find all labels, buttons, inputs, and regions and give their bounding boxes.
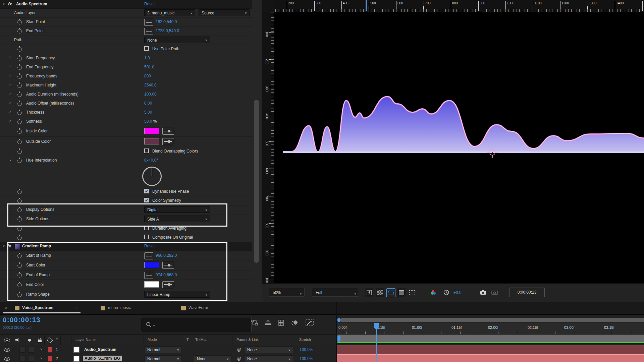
color-eyedropper-icon[interactable] bbox=[162, 262, 174, 269]
stretch-value[interactable]: 100.0% bbox=[300, 356, 313, 361]
stopwatch-icon[interactable] bbox=[17, 273, 22, 278]
twirl-open-icon[interactable] bbox=[3, 244, 6, 248]
column-layer-name[interactable]: Layer Name bbox=[75, 338, 96, 342]
trkmat-dropdown[interactable]: None bbox=[194, 355, 231, 362]
param-value[interactable]: 100.00 bbox=[144, 92, 157, 97]
position-crosshair-icon[interactable] bbox=[144, 19, 153, 26]
twirl-closed-icon[interactable] bbox=[40, 357, 43, 360]
work-area-start-handle[interactable] bbox=[337, 336, 340, 342]
param-value[interactable]: 966.0,282.0 bbox=[156, 253, 177, 258]
effect-panel-scrollbar[interactable] bbox=[254, 100, 259, 263]
stopwatch-icon[interactable] bbox=[17, 102, 22, 106]
lock-cell[interactable] bbox=[28, 356, 34, 362]
ruler-corner-box[interactable] bbox=[262, 0, 275, 12]
layer-1-duration-bar[interactable] bbox=[337, 345, 644, 355]
viewer-timecode[interactable]: 0:00:00:13 bbox=[509, 288, 545, 297]
show-snapshot-icon[interactable] bbox=[490, 288, 499, 297]
solo-cell[interactable] bbox=[19, 356, 25, 362]
ramp-shape-dropdown[interactable]: Linear Ramp bbox=[144, 291, 210, 298]
stopwatch-icon[interactable] bbox=[17, 159, 22, 163]
duration-averaging-checkbox[interactable] bbox=[144, 226, 149, 230]
stopwatch-icon[interactable] bbox=[17, 208, 22, 212]
navigator-start-handle[interactable] bbox=[337, 318, 340, 322]
stopwatch-icon[interactable] bbox=[17, 65, 22, 70]
stopwatch-icon[interactable] bbox=[17, 29, 22, 34]
layer-label-chip[interactable] bbox=[48, 356, 52, 362]
audio-layer-dropdown[interactable]: 3. menu_music. bbox=[144, 9, 195, 16]
eye-icon[interactable] bbox=[4, 357, 10, 361]
work-area-bar[interactable] bbox=[337, 335, 644, 342]
stopwatch-icon[interactable] bbox=[17, 129, 22, 134]
region-of-interest-icon[interactable] bbox=[397, 288, 406, 297]
solo-cell[interactable] bbox=[19, 347, 25, 353]
tab-menu-music[interactable]: menu_music bbox=[108, 305, 131, 310]
twirl-open-icon[interactable] bbox=[9, 158, 13, 162]
stopwatch-icon[interactable] bbox=[17, 56, 22, 61]
column-trkmat[interactable]: TrkMat bbox=[195, 338, 207, 342]
path-dropdown[interactable]: None bbox=[144, 37, 210, 43]
eye-icon[interactable] bbox=[4, 348, 10, 352]
twirl-closed-icon[interactable] bbox=[9, 74, 13, 77]
layer-color-box[interactable] bbox=[73, 347, 79, 353]
layer-row-2[interactable]: 2 Audio_S...rum_BG Normal None None 100.… bbox=[0, 354, 336, 362]
param-value[interactable]: 192.0,540.0 bbox=[156, 19, 177, 24]
end-color-swatch[interactable] bbox=[144, 281, 159, 288]
current-timecode[interactable]: 0:00:00:13 bbox=[3, 316, 41, 324]
tab-voice-spectrum[interactable]: Voice_Spectrum bbox=[22, 305, 53, 310]
mask-visibility-icon[interactable] bbox=[386, 288, 395, 297]
resolution-dropdown[interactable]: Full bbox=[312, 288, 359, 297]
twirl-closed-icon[interactable] bbox=[9, 92, 13, 96]
layer-row-1[interactable]: 1 Audio_Spectrum Normal None 100.0% bbox=[0, 345, 336, 355]
position-crosshair-icon[interactable] bbox=[144, 28, 153, 35]
stopwatch-icon[interactable] bbox=[17, 120, 22, 124]
dynamic-hue-phase-checkbox[interactable] bbox=[144, 189, 149, 193]
position-crosshair-icon[interactable] bbox=[144, 252, 153, 259]
time-navigator-bar[interactable] bbox=[337, 318, 644, 322]
reset-link[interactable]: Reset bbox=[144, 244, 155, 248]
magnification-dropdown[interactable]: 50% bbox=[269, 288, 305, 297]
stopwatch-icon[interactable] bbox=[17, 263, 22, 268]
twirl-closed-icon[interactable] bbox=[9, 56, 13, 59]
twirl-closed-icon[interactable] bbox=[9, 110, 13, 114]
exposure-value[interactable]: +0.0 bbox=[453, 290, 462, 295]
fast-previews-icon[interactable] bbox=[365, 288, 373, 297]
column-t[interactable]: T bbox=[186, 338, 189, 342]
color-eyedropper-icon[interactable] bbox=[162, 281, 174, 288]
audio-icon[interactable] bbox=[15, 338, 19, 342]
param-value[interactable]: 974.0,668.0 bbox=[156, 273, 177, 277]
stretch-value[interactable]: 100.0% bbox=[300, 347, 313, 352]
effect-header-audio-spectrum[interactable]: fx Audio Spectrum Reset bbox=[0, 0, 252, 9]
stopwatch-icon[interactable] bbox=[17, 20, 22, 24]
stopwatch-icon[interactable] bbox=[17, 47, 22, 52]
parent-dropdown[interactable]: None bbox=[244, 355, 293, 362]
param-value[interactable]: 0x+0.0° bbox=[144, 158, 158, 163]
solo-icon[interactable] bbox=[28, 339, 31, 342]
stopwatch-icon[interactable] bbox=[17, 93, 22, 97]
layer-label-chip[interactable] bbox=[48, 347, 52, 353]
layer-name[interactable]: Audio_Spectrum bbox=[84, 347, 116, 352]
stopwatch-icon[interactable] bbox=[17, 111, 22, 115]
video-visibility-icon[interactable] bbox=[4, 339, 10, 342]
parent-pickwhip-icon[interactable] bbox=[237, 356, 241, 361]
lock-cell[interactable] bbox=[28, 347, 34, 353]
column-stretch[interactable]: Stretch bbox=[299, 338, 311, 342]
stopwatch-icon[interactable] bbox=[17, 74, 22, 79]
stopwatch-icon[interactable] bbox=[17, 217, 22, 222]
time-ruler[interactable]: 0:00f 00:15f 01:00f 01:15f 02:00f 02:15f… bbox=[337, 323, 644, 334]
composite-on-original-checkbox[interactable] bbox=[144, 235, 149, 239]
lock-icon[interactable] bbox=[38, 340, 42, 342]
choose-grid-guides-icon[interactable] bbox=[408, 288, 416, 297]
param-value[interactable]: 501.0 bbox=[144, 65, 154, 69]
display-options-dropdown[interactable]: Digital bbox=[144, 206, 210, 213]
side-options-dropdown[interactable]: Side A bbox=[144, 216, 210, 222]
label-color-icon[interactable] bbox=[47, 337, 53, 343]
mini-flowchart-icon[interactable] bbox=[250, 318, 259, 327]
frame-blending-icon[interactable] bbox=[277, 318, 285, 327]
param-value[interactable]: 50.0 % bbox=[144, 119, 157, 124]
draft-3d-icon[interactable] bbox=[264, 318, 272, 327]
twirl-closed-icon[interactable] bbox=[9, 101, 13, 105]
parent-dropdown[interactable]: None bbox=[244, 346, 293, 353]
snapshot-camera-icon[interactable] bbox=[479, 288, 487, 297]
inside-color-swatch[interactable] bbox=[144, 128, 159, 134]
twirl-closed-icon[interactable] bbox=[9, 65, 13, 68]
